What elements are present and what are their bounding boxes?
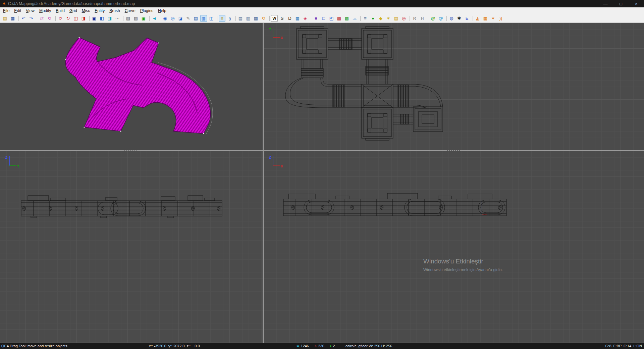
change-camera-angle-icon[interactable]: ◉ <box>162 15 168 22</box>
y-flip-icon[interactable]: ↺ <box>57 15 64 22</box>
splitter-grip <box>447 150 461 151</box>
csg-subtract-icon[interactable]: ▧ <box>125 15 131 22</box>
z-flip-icon[interactable]: ◫ <box>72 15 79 22</box>
notes-page-icon[interactable]: ▤ <box>393 15 399 22</box>
refresh-models-icon[interactable]: ↻ <box>260 15 267 22</box>
plugin-orange-2-icon[interactable]: ▦ <box>482 15 489 22</box>
view-more-icon[interactable]: ··· <box>114 15 121 22</box>
menu-modify[interactable]: Modify <box>37 8 53 14</box>
viewport-camera[interactable] <box>0 23 263 150</box>
menu-bar: FileEditViewModifyBuildGridMiscEntityBru… <box>0 7 644 14</box>
toolbar-separator <box>89 16 90 21</box>
camera-view-geometry <box>0 23 263 150</box>
entity-plugin-icon[interactable]: E <box>464 15 470 22</box>
brush-count: 1246 <box>301 344 309 348</box>
view-xz-icon[interactable]: ◧ <box>99 15 105 22</box>
toolbar-separator <box>360 16 361 21</box>
xy-axis-indicator: Y X <box>268 26 288 43</box>
toolbar-separator <box>217 16 217 21</box>
clipper-tool-icon[interactable]: ◄ <box>151 15 158 22</box>
menu-curve[interactable]: Curve <box>122 8 138 14</box>
undo-icon[interactable]: ↶ <box>20 15 27 22</box>
region-toggle-icon: R <box>411 15 418 22</box>
plugin-orange-4-icon[interactable]: )) <box>497 15 504 22</box>
free-rotation-icon[interactable]: ◪ <box>177 15 184 22</box>
texture-browser-icon[interactable]: ▦ <box>253 15 259 22</box>
save-file-icon[interactable]: ▦ <box>9 15 16 22</box>
menu-misc[interactable]: Misc <box>79 8 93 14</box>
viewport-xy[interactable]: Y X <box>264 23 644 150</box>
menu-brush[interactable]: Brush <box>107 8 122 14</box>
make-hollow-icon[interactable]: ▣ <box>140 15 147 22</box>
diamond-yellow-icon[interactable]: ◆ <box>377 15 384 22</box>
curve-tool-green-icon[interactable]: @ <box>430 15 436 22</box>
x-rotate-icon[interactable]: ↻ <box>46 15 53 22</box>
status-grid-info: G:8 F:BP C:14 L:ON <box>605 343 642 349</box>
plugin-orange-1-icon[interactable]: ◭ <box>474 15 481 22</box>
status-bar: QE4 Drag Tool: move and resize objects x… <box>0 343 644 349</box>
viewport-xz[interactable]: Z Y <box>0 151 263 343</box>
cubic-clip-range-icon[interactable]: ◫ <box>208 15 215 22</box>
xz-wireframe <box>0 151 263 343</box>
view-yz-icon[interactable]: ◨ <box>106 15 113 22</box>
camera-drop-icon[interactable]: ◎ <box>169 15 176 22</box>
skybox-icon[interactable]: ☁ <box>351 15 358 22</box>
dot-green-icon[interactable]: ● <box>370 15 376 22</box>
entity-count-icon: ✳ <box>314 345 317 348</box>
textured-mode-icon[interactable]: D <box>286 15 293 22</box>
light-list-icon[interactable]: ≡ <box>362 15 369 22</box>
target-red-icon[interactable]: ◎ <box>400 15 407 22</box>
menu-entity[interactable]: Entity <box>92 8 107 14</box>
csg-merge-icon[interactable]: ▨ <box>132 15 139 22</box>
bobtoolz-plugin-icon[interactable]: ✱ <box>456 15 463 22</box>
z-rotate-icon[interactable]: ◨ <box>80 15 87 22</box>
title-bar: ✱ C:/JA Mapping/Jedi Academy/Gamedata/ba… <box>0 0 644 7</box>
patch-green-icon[interactable]: ▩ <box>343 15 350 22</box>
show-entities-icon[interactable]: ▤ <box>193 15 199 22</box>
menu-edit[interactable]: Edit <box>12 8 23 14</box>
axis-h-label: Y <box>17 164 19 168</box>
model-plugin-icon[interactable]: ◍ <box>448 15 455 22</box>
splitter-grip <box>124 150 139 151</box>
menu-file[interactable]: File <box>1 8 12 14</box>
selected-count-icon: ● <box>330 345 331 348</box>
texture-tool-icon[interactable]: ▦ <box>294 15 301 22</box>
plugin-orange-3-icon[interactable]: ✶ <box>490 15 496 22</box>
open-file-icon[interactable]: ▤ <box>2 15 8 22</box>
x-flip-icon[interactable]: ⇄ <box>39 15 45 22</box>
light-wand-icon[interactable]: ✶ <box>385 15 392 22</box>
patch-outline-1-icon[interactable]: □ <box>320 15 327 22</box>
entity-count: 236 <box>318 344 324 348</box>
patch-outline-2-icon[interactable]: ◰ <box>328 15 335 22</box>
toolbar-separator <box>446 16 447 21</box>
maximize-button[interactable]: □ <box>613 0 629 7</box>
view-xy-icon[interactable]: ▣ <box>91 15 98 22</box>
menu-help[interactable]: Help <box>156 8 169 14</box>
xz-axis-indicator: Z Y <box>5 154 25 171</box>
patch-red-icon[interactable]: ▩ <box>336 15 342 22</box>
console-window-icon[interactable]: ▥ <box>245 15 252 22</box>
patch-purple-icon[interactable]: ■ <box>313 15 319 22</box>
solid-mode-icon[interactable]: S <box>279 15 285 22</box>
toolbar-separator <box>235 16 236 21</box>
texture-rotate-lock-icon[interactable]: § <box>226 15 233 22</box>
minimize-button[interactable]: — <box>598 0 613 7</box>
redo-icon[interactable]: ↷ <box>28 15 35 22</box>
entity-inspector-icon[interactable]: ▤ <box>237 15 244 22</box>
toolbar-separator <box>473 16 473 21</box>
texture-lock-icon[interactable]: ¤ <box>219 15 225 22</box>
curve-tool-blue-icon[interactable]: @ <box>437 15 444 22</box>
y-rotate-icon[interactable]: ↻ <box>65 15 71 22</box>
wireframe-mode-icon[interactable]: W <box>271 15 278 22</box>
detail-toggle-icon[interactable]: ◈ <box>302 15 309 22</box>
menu-view[interactable]: View <box>23 8 37 14</box>
close-button[interactable]: × <box>629 0 644 7</box>
cubic-clipping-icon[interactable]: ▥ <box>200 15 207 22</box>
axis-v-label: Y <box>269 28 271 31</box>
menu-build[interactable]: Build <box>53 8 67 14</box>
draw-tool-icon[interactable]: ✎ <box>185 15 192 22</box>
viewport-yz[interactable]: Z X Windows'u Etkinleştir Windows'u etki… <box>264 151 644 343</box>
menu-grid[interactable]: Grid <box>67 8 79 14</box>
xy-wireframe <box>264 23 644 150</box>
menu-plugins[interactable]: Plugins <box>138 8 156 14</box>
